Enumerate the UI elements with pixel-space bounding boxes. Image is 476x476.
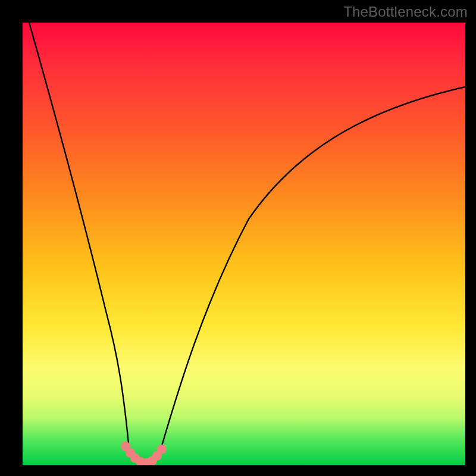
svg-point-0 [123, 443, 129, 449]
plot-area [23, 23, 465, 465]
watermark-text: TheBottleneck.com [343, 4, 468, 20]
valley-pink-segment [123, 443, 165, 465]
right-curve [160, 87, 465, 452]
svg-point-7 [159, 446, 165, 452]
curves-layer [23, 23, 465, 465]
chart-stage: TheBottleneck.com [0, 0, 476, 476]
svg-point-6 [154, 453, 160, 459]
left-curve [29, 23, 130, 456]
